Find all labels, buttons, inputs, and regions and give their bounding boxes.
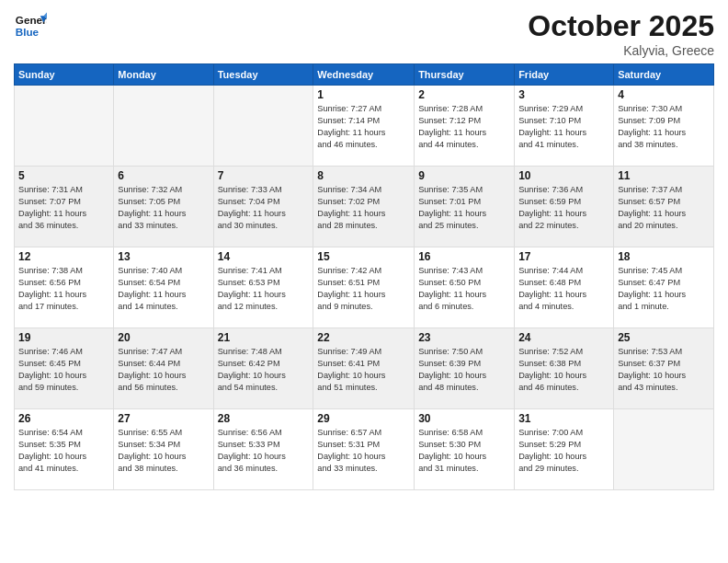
calendar-table: Sunday Monday Tuesday Wednesday Thursday…	[14, 63, 714, 490]
calendar-week-row: 5Sunrise: 7:31 AM Sunset: 7:07 PM Daylig…	[15, 167, 714, 247]
day-number: 10	[518, 169, 609, 182]
day-info: Sunrise: 7:36 AM Sunset: 6:59 PM Dayligh…	[518, 184, 609, 232]
table-row: 13Sunrise: 7:40 AM Sunset: 6:54 PM Dayli…	[114, 247, 213, 328]
table-row: 3Sunrise: 7:29 AM Sunset: 7:10 PM Daylig…	[515, 86, 614, 167]
day-number: 23	[418, 331, 510, 344]
day-info: Sunrise: 7:34 AM Sunset: 7:02 PM Dayligh…	[317, 184, 410, 232]
day-number: 9	[418, 169, 510, 182]
svg-text:General: General	[16, 14, 47, 26]
day-number: 8	[317, 169, 410, 182]
table-row: 27Sunrise: 6:55 AM Sunset: 5:34 PM Dayli…	[114, 409, 213, 490]
table-row: 22Sunrise: 7:49 AM Sunset: 6:41 PM Dayli…	[313, 328, 415, 409]
day-number: 5	[18, 169, 109, 182]
table-row: 9Sunrise: 7:35 AM Sunset: 7:01 PM Daylig…	[415, 167, 515, 247]
table-row: 18Sunrise: 7:45 AM Sunset: 6:47 PM Dayli…	[614, 247, 714, 328]
day-info: Sunrise: 7:42 AM Sunset: 6:51 PM Dayligh…	[317, 265, 410, 313]
table-row: 2Sunrise: 7:28 AM Sunset: 7:12 PM Daylig…	[415, 86, 515, 167]
day-number: 19	[18, 331, 109, 344]
day-number: 14	[218, 250, 310, 263]
day-number: 18	[618, 250, 710, 263]
day-info: Sunrise: 6:56 AM Sunset: 5:33 PM Dayligh…	[218, 427, 310, 475]
location-subtitle: Kalyvia, Greece	[528, 43, 714, 58]
day-info: Sunrise: 7:53 AM Sunset: 6:37 PM Dayligh…	[618, 346, 710, 394]
day-number: 17	[518, 250, 609, 263]
table-row: 23Sunrise: 7:50 AM Sunset: 6:39 PM Dayli…	[415, 328, 515, 409]
day-info: Sunrise: 7:52 AM Sunset: 6:38 PM Dayligh…	[518, 346, 609, 394]
day-info: Sunrise: 7:48 AM Sunset: 6:42 PM Dayligh…	[218, 346, 310, 394]
day-number: 26	[18, 412, 109, 425]
day-info: Sunrise: 6:54 AM Sunset: 5:35 PM Dayligh…	[18, 427, 109, 475]
day-number: 27	[118, 412, 209, 425]
col-monday: Monday	[114, 64, 213, 86]
day-info: Sunrise: 7:38 AM Sunset: 6:56 PM Dayligh…	[18, 265, 109, 313]
day-number: 12	[18, 250, 109, 263]
title-block: October 2025 Kalyvia, Greece	[528, 9, 714, 58]
day-info: Sunrise: 7:37 AM Sunset: 6:57 PM Dayligh…	[618, 184, 710, 232]
day-info: Sunrise: 7:30 AM Sunset: 7:09 PM Dayligh…	[618, 103, 710, 151]
table-row: 20Sunrise: 7:47 AM Sunset: 6:44 PM Dayli…	[114, 328, 213, 409]
table-row: 12Sunrise: 7:38 AM Sunset: 6:56 PM Dayli…	[15, 247, 114, 328]
table-row: 17Sunrise: 7:44 AM Sunset: 6:48 PM Dayli…	[515, 247, 614, 328]
table-row: 10Sunrise: 7:36 AM Sunset: 6:59 PM Dayli…	[515, 167, 614, 247]
day-number: 29	[317, 412, 410, 425]
day-number: 15	[317, 250, 410, 263]
table-row: 6Sunrise: 7:32 AM Sunset: 7:05 PM Daylig…	[114, 167, 213, 247]
table-row: 15Sunrise: 7:42 AM Sunset: 6:51 PM Dayli…	[313, 247, 415, 328]
col-tuesday: Tuesday	[213, 64, 313, 86]
day-info: Sunrise: 7:35 AM Sunset: 7:01 PM Dayligh…	[418, 184, 510, 232]
day-info: Sunrise: 7:46 AM Sunset: 6:45 PM Dayligh…	[18, 346, 109, 394]
col-friday: Friday	[515, 64, 614, 86]
month-title: October 2025	[528, 9, 714, 43]
header: General Blue October 2025 Kalyvia, Greec…	[14, 9, 714, 58]
day-info: Sunrise: 7:31 AM Sunset: 7:07 PM Dayligh…	[18, 184, 109, 232]
day-info: Sunrise: 7:43 AM Sunset: 6:50 PM Dayligh…	[418, 265, 510, 313]
calendar-week-row: 19Sunrise: 7:46 AM Sunset: 6:45 PM Dayli…	[15, 328, 714, 409]
page: General Blue October 2025 Kalyvia, Greec…	[0, 0, 728, 563]
table-row: 1Sunrise: 7:27 AM Sunset: 7:14 PM Daylig…	[313, 86, 415, 167]
day-info: Sunrise: 7:49 AM Sunset: 6:41 PM Dayligh…	[317, 346, 410, 394]
day-number: 21	[218, 331, 310, 344]
day-number: 2	[418, 88, 510, 101]
day-number: 22	[317, 331, 410, 344]
day-number: 6	[118, 169, 209, 182]
day-info: Sunrise: 7:41 AM Sunset: 6:53 PM Dayligh…	[218, 265, 310, 313]
table-row	[213, 86, 313, 167]
day-number: 24	[518, 331, 609, 344]
table-row: 28Sunrise: 6:56 AM Sunset: 5:33 PM Dayli…	[213, 409, 313, 490]
day-number: 25	[618, 331, 710, 344]
logo: General Blue	[14, 9, 47, 42]
day-number: 20	[118, 331, 209, 344]
table-row: 31Sunrise: 7:00 AM Sunset: 5:29 PM Dayli…	[515, 409, 614, 490]
day-info: Sunrise: 7:40 AM Sunset: 6:54 PM Dayligh…	[118, 265, 209, 313]
table-row: 25Sunrise: 7:53 AM Sunset: 6:37 PM Dayli…	[614, 328, 714, 409]
col-sunday: Sunday	[15, 64, 114, 86]
day-info: Sunrise: 7:45 AM Sunset: 6:47 PM Dayligh…	[618, 265, 710, 313]
table-row: 8Sunrise: 7:34 AM Sunset: 7:02 PM Daylig…	[313, 167, 415, 247]
day-info: Sunrise: 6:55 AM Sunset: 5:34 PM Dayligh…	[118, 427, 209, 475]
day-info: Sunrise: 7:28 AM Sunset: 7:12 PM Dayligh…	[418, 103, 510, 151]
day-info: Sunrise: 7:00 AM Sunset: 5:29 PM Dayligh…	[518, 427, 609, 475]
table-row: 24Sunrise: 7:52 AM Sunset: 6:38 PM Dayli…	[515, 328, 614, 409]
day-number: 13	[118, 250, 209, 263]
col-wednesday: Wednesday	[313, 64, 415, 86]
day-info: Sunrise: 7:32 AM Sunset: 7:05 PM Dayligh…	[118, 184, 209, 232]
day-info: Sunrise: 6:57 AM Sunset: 5:31 PM Dayligh…	[317, 427, 410, 475]
table-row: 30Sunrise: 6:58 AM Sunset: 5:30 PM Dayli…	[415, 409, 515, 490]
day-info: Sunrise: 7:29 AM Sunset: 7:10 PM Dayligh…	[518, 103, 609, 151]
table-row	[15, 86, 114, 167]
day-info: Sunrise: 7:50 AM Sunset: 6:39 PM Dayligh…	[418, 346, 510, 394]
col-saturday: Saturday	[614, 64, 714, 86]
calendar-week-row: 1Sunrise: 7:27 AM Sunset: 7:14 PM Daylig…	[15, 86, 714, 167]
day-info: Sunrise: 7:44 AM Sunset: 6:48 PM Dayligh…	[518, 265, 609, 313]
table-row: 26Sunrise: 6:54 AM Sunset: 5:35 PM Dayli…	[15, 409, 114, 490]
day-number: 11	[618, 169, 710, 182]
col-thursday: Thursday	[415, 64, 515, 86]
table-row: 14Sunrise: 7:41 AM Sunset: 6:53 PM Dayli…	[213, 247, 313, 328]
table-row: 5Sunrise: 7:31 AM Sunset: 7:07 PM Daylig…	[15, 167, 114, 247]
calendar-week-row: 26Sunrise: 6:54 AM Sunset: 5:35 PM Dayli…	[15, 409, 714, 490]
table-row: 21Sunrise: 7:48 AM Sunset: 6:42 PM Dayli…	[213, 328, 313, 409]
day-number: 4	[618, 88, 710, 101]
day-number: 16	[418, 250, 510, 263]
table-row: 4Sunrise: 7:30 AM Sunset: 7:09 PM Daylig…	[614, 86, 714, 167]
day-number: 7	[218, 169, 310, 182]
